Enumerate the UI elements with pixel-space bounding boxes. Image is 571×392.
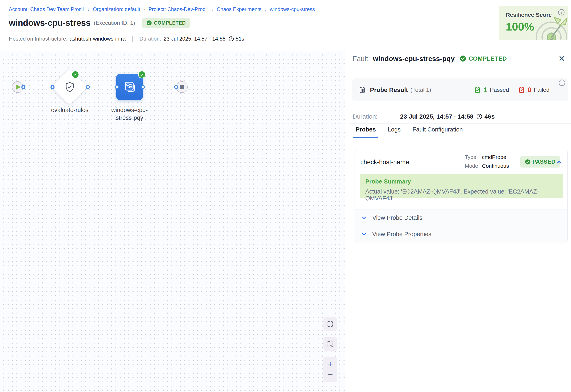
probe-name: check-host-name: [360, 158, 409, 166]
breadcrumb-chaos-experiments[interactable]: Chaos Experiments: [217, 6, 261, 12]
divider: |: [132, 35, 133, 42]
edge-fault-to-stop: [143, 87, 176, 87]
probe-result-summary: Probe Result (Total 1) 1 Passed 0 Failed: [352, 78, 568, 101]
edge-evaluate-to-fault: [88, 87, 117, 87]
resilience-score-card: Resilience Score 100%: [499, 6, 568, 40]
duration-elapsed: 51s: [236, 36, 244, 42]
panel-duration-label: Duration:: [353, 113, 400, 120]
probe-type-value: cmdProbe: [482, 154, 506, 160]
view-probe-properties-row[interactable]: View Probe Properties: [355, 226, 567, 242]
panel-duration-value: 23 Jul 2025, 14:57 - 14:58: [400, 113, 473, 120]
node-windows-cpu-stress-pqy[interactable]: [116, 74, 143, 100]
success-badge-evaluate-rules: [71, 71, 79, 78]
probe-meta: Type cmdProbe Mode Continuous: [465, 154, 509, 172]
node-evaluate-rules[interactable]: [52, 69, 88, 105]
execution-id: (Execution ID: 1): [94, 20, 135, 26]
view-probe-properties-label: View Probe Properties: [372, 231, 431, 238]
zoom-out-button[interactable]: −: [328, 369, 333, 379]
breadcrumb-separator: ›: [265, 6, 267, 13]
connector-port: [115, 85, 119, 89]
success-badge-fault: [138, 71, 146, 78]
infra-label: Hosted on Infrastructure:: [9, 36, 67, 42]
chevron-up-icon[interactable]: [556, 159, 562, 166]
play-icon: [16, 84, 20, 89]
clock-icon: [228, 36, 234, 42]
clock-icon: [476, 113, 482, 120]
pipeline-canvas[interactable]: evaluate-rules windows-cpu-stress-pqy + …: [0, 51, 345, 392]
probe-summary-text: Actual value: 'EC2AMAZ-QMVAF4J'. Expecte…: [365, 188, 557, 202]
zoom-controls: + −: [323, 357, 337, 382]
duration-value: 23 Jul 2025, 14:57 - 14:58: [164, 36, 225, 42]
probe-mode-label: Mode: [465, 163, 482, 169]
clipboard-x-icon: [518, 86, 525, 93]
failed-count: 0: [527, 86, 531, 94]
check-circle-icon: [525, 159, 530, 165]
breadcrumb-organization[interactable]: Organization: default: [93, 6, 140, 12]
probe-card-check-host-name: check-host-name Type cmdProbe Mode Conti…: [355, 150, 568, 242]
clipboard-icon: [359, 86, 366, 94]
passed-count: 1: [483, 86, 487, 94]
fault-status-label: COMPLETED: [469, 55, 507, 62]
target-dart-illustration: [527, 11, 568, 40]
connector-port: [141, 85, 145, 89]
chevron-down-icon: [361, 215, 367, 221]
probe-card-footer: View Probe Details View Probe Properties: [355, 210, 567, 242]
edge-start-to-evaluate: [23, 87, 53, 87]
probe-result-title: Probe Result: [370, 86, 408, 93]
probe-type-label: Type: [465, 154, 482, 160]
chevron-down-icon: [361, 231, 367, 237]
view-probe-details-label: View Probe Details: [372, 214, 422, 221]
fault-details-panel: Fault: windows-cpu-stress-pqy COMPLETED …: [345, 51, 571, 392]
panel-duration-elapsed: 46s: [484, 113, 495, 120]
status-badge: COMPLETED: [142, 18, 190, 28]
tab-bar: Probes Logs Fault Configuration: [356, 126, 463, 138]
marquee-select-icon: [327, 340, 334, 347]
breadcrumb-project[interactable]: Project: Chaos-Dev-Prod1: [149, 6, 208, 12]
divider: [349, 141, 571, 141]
probe-status-badge: PASSED: [520, 156, 560, 168]
probe-status-label: PASSED: [532, 159, 556, 165]
breadcrumb-separator: ›: [144, 6, 145, 13]
fit-view-button[interactable]: [323, 317, 337, 331]
close-icon[interactable]: ✕: [558, 55, 565, 63]
probe-card-header[interactable]: check-host-name Type cmdProbe Mode Conti…: [355, 150, 567, 174]
infra-value: ashutosh-windows-infra: [70, 36, 125, 42]
tab-probes[interactable]: Probes: [356, 126, 376, 138]
duration-label: Duration:: [139, 36, 161, 42]
marquee-select-button[interactable]: [323, 337, 337, 351]
failed-label: Failed: [534, 87, 549, 93]
breadcrumb-current-experiment[interactable]: windows-cpu-stress: [270, 6, 315, 12]
page-header: Account: Chaos Dev Team Prod1 › Organiza…: [0, 0, 571, 51]
probe-summary-title: Probe Summary: [365, 178, 557, 185]
page-title: windows-cpu-stress: [9, 18, 90, 28]
view-probe-details-row[interactable]: View Probe Details: [355, 210, 567, 226]
breadcrumb-separator: ›: [88, 6, 90, 13]
check-circle-icon: [147, 20, 152, 26]
fault-label: Fault:: [353, 55, 370, 63]
connector-port: [21, 85, 25, 89]
probe-summary: Probe Summary Actual value: 'EC2AMAZ-QMV…: [360, 174, 563, 198]
probe-mode-value: Continuous: [482, 163, 509, 169]
node-label-fault: windows-cpu-stress-pqy: [110, 106, 149, 122]
passed-label: Passed: [490, 87, 509, 93]
info-icon[interactable]: [558, 79, 565, 87]
breadcrumb-account[interactable]: Account: Chaos Dev Team Prod1: [9, 6, 85, 12]
breadcrumb-separator: ›: [212, 6, 213, 13]
zoom-in-button[interactable]: +: [328, 359, 333, 369]
connector-port: [50, 85, 55, 89]
divider: [349, 123, 571, 124]
tab-fault-configuration[interactable]: Fault Configuration: [412, 126, 463, 138]
fit-view-icon: [327, 321, 334, 327]
experiment-icon: [123, 80, 136, 94]
tab-logs[interactable]: Logs: [388, 126, 401, 138]
probe-result-total: (Total 1): [410, 87, 431, 93]
stop-icon: [180, 85, 184, 89]
breadcrumb: Account: Chaos Dev Team Prod1 › Organiza…: [9, 6, 315, 13]
fault-name: windows-cpu-stress-pqy: [373, 55, 455, 63]
connector-port: [86, 85, 90, 89]
connector-port: [174, 85, 178, 89]
check-circle-icon: [460, 55, 466, 62]
clipboard-check-icon: [474, 86, 481, 93]
node-label-evaluate-rules: evaluate-rules: [39, 106, 101, 114]
status-badge-label: COMPLETED: [154, 20, 186, 26]
